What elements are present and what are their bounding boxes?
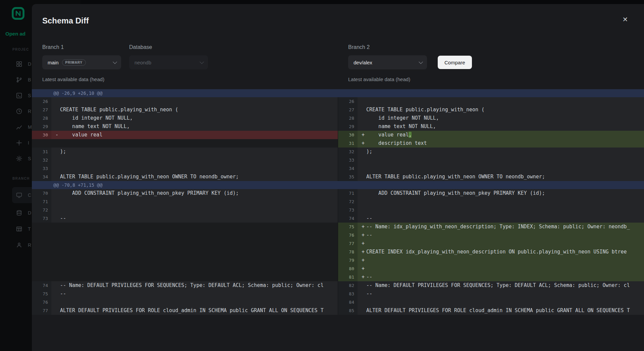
code-line: -- (366, 290, 644, 298)
diff-marker (51, 248, 60, 256)
code-line: name text NOT NULL, (366, 122, 644, 131)
code-line: -- (60, 290, 338, 298)
code-line (60, 206, 338, 214)
line-number: 33 (32, 164, 51, 173)
database-value: neondb (135, 60, 151, 65)
diff-cell-right: 78+CREATE INDEX idx_playing_with_neon_de… (338, 248, 644, 256)
code-line: ); (366, 148, 644, 156)
line-number: 72 (338, 197, 358, 206)
branch1-label: Branch 1 (42, 44, 121, 50)
diff-row: 75+-- Name: idx_playing_with_neon_descri… (32, 223, 644, 231)
line-number: 71 (338, 189, 358, 197)
code-line: ALTER TABLE public.playing_with_neon OWN… (60, 173, 338, 181)
diff-cell-right: 74-- (338, 214, 644, 223)
diff-row: 7172 (32, 197, 644, 206)
diff-cell-left (32, 223, 338, 231)
line-number: 76 (32, 298, 51, 306)
database-select[interactable]: neondb (129, 55, 208, 69)
line-number: 34 (338, 164, 358, 173)
line-number: 75 (338, 223, 358, 231)
branch2-value: dev/alex (354, 60, 372, 65)
code-line (60, 223, 338, 231)
code-line: ADD CONSTRAINT playing_with_neon_pkey PR… (366, 189, 644, 197)
code-line: ); (60, 148, 338, 156)
code-line: -- (366, 231, 644, 239)
branch2-select[interactable]: dev/alex (348, 55, 427, 69)
diff-cell-right: 77+ (338, 239, 644, 248)
line-number: 30 (32, 131, 51, 139)
diff-marker (51, 281, 60, 290)
diff-cell-right: 29 name text NOT NULL, (338, 122, 644, 131)
close-icon[interactable]: ✕ (620, 14, 631, 25)
diff-row: 76+-- (32, 231, 644, 239)
line-number: 33 (338, 156, 358, 164)
diff-view: @@ -26,9 +26,10 @@262627CREATE TABLE pub… (32, 89, 644, 315)
hunk-header: @@ -70,8 +71,15 @@ (32, 181, 644, 189)
diff-cell-right: 26 (338, 97, 644, 106)
diff-marker: + (358, 239, 366, 248)
diff-marker (51, 114, 60, 122)
diff-cell-right: 84 (338, 298, 644, 306)
diff-cell-right: 33 (338, 156, 644, 164)
diff-cell-left: 31); (32, 148, 338, 156)
diff-row: 80+ (32, 265, 644, 273)
line-number: 29 (338, 122, 358, 131)
line-number (32, 248, 51, 256)
diff-marker (358, 106, 366, 114)
compare-button[interactable]: Compare (438, 56, 472, 69)
diff-marker (358, 206, 366, 214)
diff-marker (51, 97, 60, 106)
diff-cell-left (32, 231, 338, 239)
line-number: 31 (32, 148, 51, 156)
code-line (366, 256, 644, 265)
diff-marker (51, 306, 60, 315)
chevron-down-icon (200, 60, 204, 64)
line-number: 82 (338, 281, 358, 290)
diff-marker (358, 189, 366, 197)
line-number: 77 (338, 239, 358, 248)
line-number (32, 239, 51, 248)
code-line: name text NOT NULL, (60, 122, 338, 131)
code-line: CREATE TABLE public.playing_with_neon ( (366, 106, 644, 114)
line-number: 74 (338, 214, 358, 223)
diff-marker (51, 156, 60, 164)
line-number: 35 (338, 173, 358, 181)
diff-cell-left (32, 256, 338, 265)
diff-cell-left: 77ALTER DEFAULT PRIVILEGES FOR ROLE clou… (32, 306, 338, 315)
line-number: 32 (338, 148, 358, 156)
diff-row: 81+-- (32, 273, 644, 281)
branch1-select[interactable]: main PRIMARY (42, 55, 121, 69)
code-line (60, 197, 338, 206)
diff-row: 75--83-- (32, 290, 644, 298)
line-number (32, 265, 51, 273)
diff-cell-left: 27CREATE TABLE public.playing_with_neon … (32, 106, 338, 114)
chevron-down-icon (419, 60, 423, 64)
line-number: 28 (32, 114, 51, 122)
diff-marker (358, 298, 366, 306)
diff-row: 77+ (32, 239, 644, 248)
diff-marker (51, 139, 60, 148)
diff-cell-right: 34 (338, 164, 644, 173)
diff-cell-right: 31+ description text (338, 139, 644, 148)
diff-marker (51, 173, 60, 181)
diff-marker (51, 265, 60, 273)
line-number (32, 223, 51, 231)
code-line (60, 265, 338, 273)
line-number: 32 (32, 156, 51, 164)
code-line: ALTER DEFAULT PRIVILEGES FOR ROLE cloud_… (60, 306, 338, 315)
code-line (366, 97, 644, 106)
line-number: 27 (338, 106, 358, 114)
diff-cell-left (32, 139, 338, 148)
diff-marker (51, 256, 60, 265)
branch1-hint: Latest available data (head) (42, 76, 104, 82)
diff-marker (51, 231, 60, 239)
code-line (366, 265, 644, 273)
code-line: value real (60, 131, 338, 139)
diff-row: 31);32); (32, 148, 644, 156)
diff-marker (358, 122, 366, 131)
diff-marker (358, 97, 366, 106)
schema-diff-modal: Schema Diff ✕ Branch 1 main PRIMARY Late… (32, 4, 644, 351)
code-line (60, 256, 338, 265)
diff-cell-left: 74-- Name: DEFAULT PRIVILEGES FOR SEQUEN… (32, 281, 338, 290)
code-line: -- Name: DEFAULT PRIVILEGES FOR SEQUENCE… (366, 281, 644, 290)
